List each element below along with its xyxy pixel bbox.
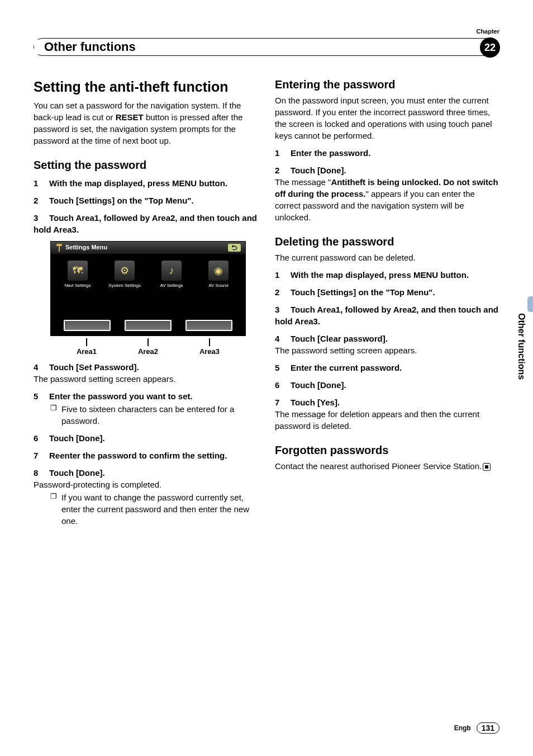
delete-step-4: 4Touch [Clear password]. bbox=[275, 333, 499, 344]
gear-icon: ⚙ bbox=[115, 261, 135, 281]
subsection-heading: Entering the password bbox=[275, 78, 499, 91]
delete-step-2: 2Touch [Settings] on the "Top Menu". bbox=[275, 286, 499, 298]
area2-label: Area2 bbox=[125, 338, 172, 356]
speaker-icon: ◉ bbox=[208, 261, 229, 281]
step-text: Touch [Settings] on the "Top Menu". bbox=[291, 287, 435, 297]
step-number: 6 bbox=[34, 432, 49, 444]
step-number: 1 bbox=[275, 147, 291, 159]
step-number: 8 bbox=[34, 467, 49, 479]
step-8-bullet: If you want to change the password curre… bbox=[34, 492, 258, 527]
page-header: Chapter Other functions 22 bbox=[34, 34, 499, 62]
step-text: Touch [Clear password]. bbox=[291, 334, 388, 343]
area-boxes bbox=[51, 320, 245, 331]
system-settings-icon: ⚙System Settings bbox=[102, 261, 147, 288]
area-label-text: Area3 bbox=[199, 347, 220, 356]
step-8: 8Touch [Done]. bbox=[34, 467, 258, 479]
area1-label: Area1 bbox=[63, 338, 110, 356]
tick-mark bbox=[147, 338, 149, 346]
delete-step-3: 3Touch Area1, followed by Area2, and the… bbox=[275, 304, 499, 327]
step-number: 7 bbox=[275, 396, 291, 408]
step-6: 6Touch [Done]. bbox=[34, 432, 258, 444]
step-text: Touch Area1, followed by Area2, and then… bbox=[275, 305, 498, 326]
page-footer: Engb 131 bbox=[454, 722, 499, 734]
step-5-bullet: Five to sixteen characters can be entere… bbox=[34, 403, 258, 427]
footer-language: Engb bbox=[454, 724, 471, 732]
chapter-number-badge: 22 bbox=[480, 37, 500, 58]
delete-step-6: 6Touch [Done]. bbox=[275, 379, 499, 391]
area3-label: Area3 bbox=[186, 338, 233, 356]
step-number: 3 bbox=[34, 212, 49, 224]
step-number: 1 bbox=[275, 269, 291, 281]
step-text: Touch [Done]. bbox=[49, 468, 105, 478]
header-bar: Other functions 22 bbox=[34, 38, 499, 56]
subsection-heading: Setting the password bbox=[34, 159, 258, 172]
footer-page-number: 131 bbox=[477, 722, 499, 734]
area-label-text: Area1 bbox=[77, 347, 97, 356]
msg-pre: The message " bbox=[275, 177, 331, 187]
header-title: Other functions bbox=[34, 40, 141, 54]
icon-label: AV Settings bbox=[160, 283, 183, 288]
step-5: 5Enter the password you want to set. bbox=[34, 390, 258, 402]
entering-paragraph: On the password input screen, you must e… bbox=[275, 94, 499, 141]
step-text: Reenter the password to confirm the sett… bbox=[49, 451, 227, 460]
step-text: Touch [Set Password]. bbox=[49, 362, 139, 372]
screen-title-bar: Settings Menu ⮌ bbox=[51, 242, 245, 254]
screen-title-text: Settings Menu bbox=[65, 244, 107, 251]
step-text: Touch [Settings] on the "Top Menu". bbox=[49, 196, 194, 205]
icon-label: AV Sound bbox=[208, 283, 228, 288]
music-note-icon: ♪ bbox=[161, 261, 182, 281]
icon-label: Navi Settings bbox=[64, 283, 91, 288]
area2-box bbox=[125, 320, 172, 331]
forgotten-text: Contact the nearest authorised Pioneer S… bbox=[275, 461, 482, 471]
settings-screenshot: Settings Menu ⮌ 🗺Navi Settings ⚙System S… bbox=[50, 241, 246, 356]
step-number: 7 bbox=[34, 450, 49, 461]
step-number: 3 bbox=[275, 304, 291, 315]
area1-box bbox=[64, 320, 111, 331]
content-columns: Setting the anti-theft function You can … bbox=[34, 78, 499, 734]
right-column: Entering the password On the password in… bbox=[275, 78, 499, 734]
av-sound-icon: ◉AV Sound bbox=[196, 261, 241, 288]
step-1: 1With the map displayed, press MENU butt… bbox=[34, 177, 258, 189]
step-text: Touch [Done]. bbox=[49, 433, 105, 443]
enter-step-2-follow: The message "Antitheft is being unlocked… bbox=[275, 176, 499, 223]
step-2: 2Touch [Settings] on the "Top Menu". bbox=[34, 195, 258, 206]
area-label-text: Area2 bbox=[138, 347, 158, 356]
section-heading: Setting the anti-theft function bbox=[34, 78, 258, 95]
enter-step-1: 1Enter the password. bbox=[275, 147, 499, 159]
map-icon: 🗺 bbox=[68, 261, 88, 281]
step-text: Touch [Done]. bbox=[291, 166, 346, 175]
pin-icon bbox=[55, 244, 63, 252]
step-number: 5 bbox=[275, 362, 291, 374]
reset-bold: RESET bbox=[116, 112, 144, 122]
delete-step-1: 1With the map displayed, press MENU butt… bbox=[275, 269, 499, 281]
step-text: Touch [Done]. bbox=[291, 380, 346, 390]
area-labels: Area1 Area2 Area3 bbox=[50, 338, 246, 356]
step-4-follow: The password setting screen appears. bbox=[34, 373, 258, 385]
step-text: Touch [Yes]. bbox=[291, 398, 340, 407]
step-number: 2 bbox=[275, 164, 291, 176]
document-page: Chapter Other functions 22 Setting the a… bbox=[0, 0, 533, 756]
step-4: 4Touch [Set Password]. bbox=[34, 361, 258, 373]
step-number: 1 bbox=[34, 177, 49, 189]
step-number: 4 bbox=[34, 361, 49, 373]
chapter-label: Chapter bbox=[476, 28, 499, 35]
side-tab: Other functions bbox=[516, 313, 526, 380]
step-number: 2 bbox=[34, 195, 49, 206]
tick-mark bbox=[209, 338, 210, 346]
subsection-heading: Deleting the password bbox=[275, 235, 499, 248]
delete-step-7: 7Touch [Yes]. bbox=[275, 396, 499, 408]
av-settings-icon: ♪AV Settings bbox=[149, 261, 194, 288]
delete-step-7-follow: The message for deletion appears and the… bbox=[275, 408, 499, 432]
tick-mark bbox=[86, 338, 87, 346]
step-text: With the map displayed, press MENU butto… bbox=[49, 178, 227, 188]
step-text: With the map displayed, press MENU butto… bbox=[291, 270, 469, 280]
delete-step-4-follow: The password setting screen appears. bbox=[275, 344, 499, 356]
screen-icon-row: 🗺Navi Settings ⚙System Settings ♪AV Sett… bbox=[51, 254, 245, 288]
navi-settings-icon: 🗺Navi Settings bbox=[55, 261, 100, 288]
side-tab-color bbox=[527, 296, 533, 312]
left-column: Setting the anti-theft function You can … bbox=[34, 78, 258, 734]
back-icon: ⮌ bbox=[228, 244, 241, 252]
step-8-follow: Password-protecting is completed. bbox=[34, 479, 258, 490]
step-7: 7Reenter the password to confirm the set… bbox=[34, 450, 258, 461]
delete-step-5: 5Enter the current password. bbox=[275, 362, 499, 374]
